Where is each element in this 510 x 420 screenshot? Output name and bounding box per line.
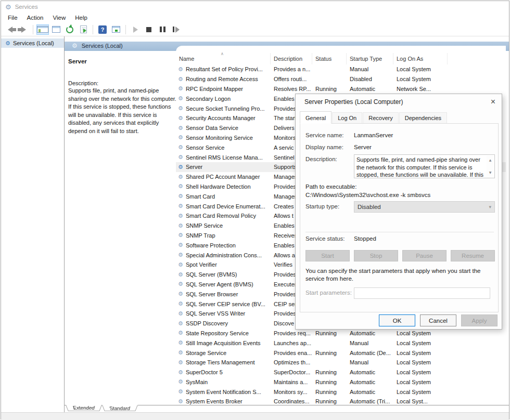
service-log-on-as-cell: Local System — [393, 389, 448, 395]
general-tab-page: Service name: LanmanServer Display name:… — [300, 123, 499, 312]
tab-recovery[interactable]: Recovery — [363, 112, 398, 123]
service-name-cell: ⚙Software Protection — [176, 242, 271, 248]
scroll-up-icon[interactable]: ▲ — [489, 156, 492, 164]
table-row[interactable]: ⚙Routing and Remote AccessOffers routi..… — [176, 74, 506, 84]
service-gear-icon: ⚙ — [178, 242, 183, 248]
service-description-cell: Optimizes th... — [271, 359, 312, 365]
menu-view[interactable]: View — [48, 14, 71, 22]
service-description-cell: Provides a n... — [271, 66, 312, 72]
pause-button[interactable]: Pause — [402, 250, 447, 261]
table-row[interactable]: ⚙Still Image Acquisition EventsLaunches … — [176, 338, 506, 348]
start-parameters-input[interactable] — [354, 287, 490, 299]
start-button[interactable]: Start — [305, 250, 350, 261]
service-name-text: State Repository Service — [186, 330, 249, 336]
show-console-tree-button[interactable] — [36, 24, 49, 35]
help-button[interactable]: ? — [96, 24, 109, 35]
title-bar: ⚙ Services — [1, 1, 509, 12]
service-gear-icon: ⚙ — [178, 271, 183, 278]
restart-service-button[interactable] — [170, 24, 182, 35]
console-tree-pane: ⚙ Services (Local) — [1, 36, 65, 412]
start-service-button[interactable] — [129, 24, 142, 35]
service-log-on-as-cell: Local System — [393, 330, 448, 336]
resume-button[interactable]: Resume — [451, 250, 495, 261]
service-control-buttons: Start Stop Pause Resume — [305, 250, 495, 261]
export-list-button[interactable] — [77, 24, 90, 35]
service-name-cell: ⚙Smart Card — [176, 193, 271, 200]
service-name-text: SQL Server Agent (BVMS) — [186, 281, 253, 287]
stop-service-button[interactable] — [143, 24, 155, 35]
stop-button[interactable]: Stop — [354, 250, 398, 261]
pause-service-button[interactable] — [156, 24, 169, 35]
tab-general[interactable]: General — [300, 111, 332, 124]
service-name-cell: ⚙SNMP Service — [176, 222, 271, 229]
tree-item-services-local[interactable]: ⚙ Services (Local) — [1, 38, 64, 48]
cancel-button[interactable]: Cancel — [420, 314, 456, 326]
tab-dependencies[interactable]: Dependencies — [399, 112, 447, 123]
service-name-text: Secure Socket Tunneling Pro... — [186, 106, 265, 112]
service-name-cell: ⚙Sensor Data Service — [176, 125, 271, 132]
column-header-startup-type[interactable]: Startup Type — [347, 53, 393, 64]
service-log-on-as-cell: Local System — [393, 350, 448, 356]
server-properties-dialog: Server Properties (Local Computer) × Gen… — [295, 94, 502, 330]
service-description-cell: Monitors sy... — [271, 389, 312, 395]
column-header-log-on-as[interactable]: Log On As — [393, 53, 448, 64]
service-name-cell: ⚙Security Accounts Manager — [176, 115, 271, 122]
description-textbox-value: Supports file, print, and named-pipe sha… — [356, 156, 483, 178]
service-name-cell: ⚙Server — [176, 164, 271, 170]
menu-help[interactable]: Help — [70, 14, 92, 22]
properties-window-button[interactable] — [110, 24, 122, 35]
start-parameters-label: Start parameters: — [305, 290, 352, 296]
service-gear-icon: ⚙ — [178, 330, 183, 336]
table-row[interactable]: ⚙SysMainMaintains a...RunningAutomaticLo… — [176, 377, 506, 387]
scroll-down-icon[interactable]: ▼ — [489, 169, 492, 177]
display-name-row: Display name: Server — [305, 144, 494, 150]
ok-button[interactable]: OK — [379, 314, 415, 326]
back-button[interactable] — [4, 24, 16, 35]
startup-type-dropdown[interactable]: Disabled ▾ — [354, 201, 495, 213]
table-row[interactable]: ⚙System Event Notification S...Monitors … — [176, 387, 506, 397]
service-status-label: Service status: — [305, 235, 354, 242]
column-header-description[interactable]: Description — [271, 53, 312, 64]
textbox-scrollbar[interactable]: ▲▼ — [487, 155, 494, 177]
service-status-cell: Running — [312, 86, 347, 92]
description-textbox[interactable]: Supports file, print, and named-pipe sha… — [354, 154, 495, 178]
tab-log-on[interactable]: Log On — [332, 112, 362, 123]
console-window-button[interactable] — [50, 24, 62, 35]
tab-extended[interactable]: Extended — [66, 405, 102, 411]
table-row[interactable]: ⚙Storage ServiceProvides ena...RunningAu… — [176, 348, 506, 358]
service-name-row: Service name: LanmanServer — [305, 132, 494, 138]
service-gear-icon: ⚙ — [178, 232, 183, 239]
service-log-on-as-cell: Local System — [393, 359, 448, 365]
forward-button[interactable] — [17, 24, 30, 35]
service-name-cell: ⚙SQL Server Agent (BVMS) — [176, 281, 271, 287]
service-name-cell: ⚙Routing and Remote Access — [176, 76, 271, 83]
apply-button[interactable]: Apply — [461, 314, 498, 326]
service-name-cell: ⚙SNMP Trap — [176, 232, 271, 239]
close-icon[interactable]: × — [491, 98, 495, 106]
toolbar-separator — [125, 25, 126, 34]
table-row[interactable]: ⚙SuperDoctor 5SuperDoctor...RunningAutom… — [176, 368, 506, 377]
table-row[interactable]: ⚙System Events BrokerCoordinates...Runni… — [176, 397, 506, 405]
service-gear-icon: ⚙ — [178, 76, 183, 83]
dialog-description-label: Description: — [305, 156, 354, 162]
tab-standard[interactable]: Standard — [102, 405, 138, 411]
service-name-cell: ⚙Shared PC Account Manager — [176, 174, 271, 180]
service-log-on-as-cell: Local System — [393, 379, 448, 385]
table-row[interactable]: ⚙RPC Endpoint MapperResolves RP...Runnin… — [176, 84, 506, 94]
menu-file[interactable]: File — [3, 14, 22, 22]
service-name-text: SQL Server Browser — [186, 291, 238, 297]
restart-icon — [173, 27, 180, 33]
service-name-text: SQL Server (BVMS) — [186, 271, 237, 278]
service-name-cell: ⚙System Event Notification S... — [176, 388, 271, 395]
column-header-status[interactable]: Status — [312, 53, 347, 64]
menu-action[interactable]: Action — [22, 14, 48, 22]
table-row[interactable]: ⚙State Repository ServiceProvides req...… — [176, 329, 506, 338]
service-name-text: SQL Server VSS Writer — [186, 310, 245, 317]
service-log-on-as-cell: Local System — [393, 66, 448, 72]
service-gear-icon: ⚙ — [178, 310, 183, 317]
refresh-button[interactable] — [63, 24, 76, 35]
service-name-cell: ⚙Still Image Acquisition Events — [176, 339, 271, 346]
table-row[interactable]: ⚙Storage Tiers ManagementOptimizes th...… — [176, 358, 506, 368]
service-name-cell: ⚙Sensor Service — [176, 144, 271, 151]
table-row[interactable]: ⚙Resultant Set of Policy Provi...Provide… — [176, 64, 506, 74]
